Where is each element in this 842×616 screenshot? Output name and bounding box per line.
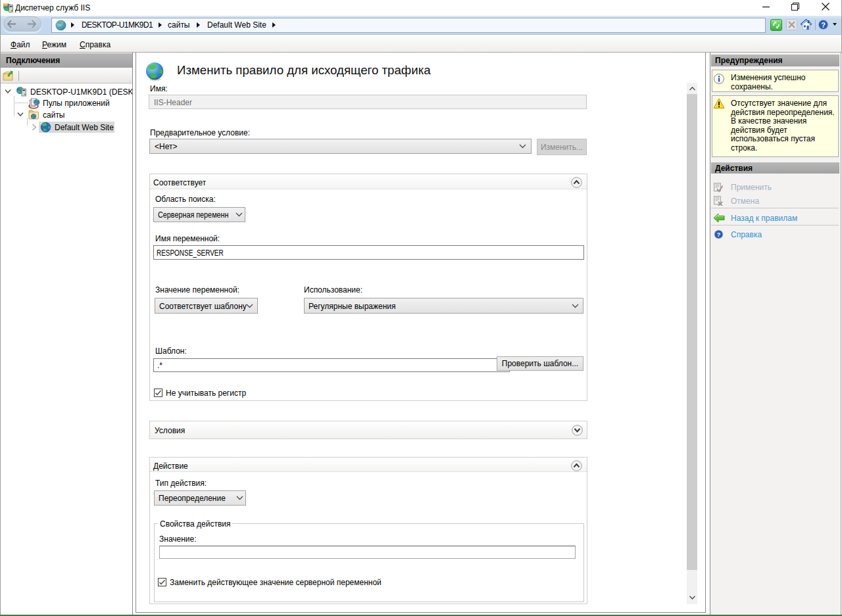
svg-text:?: ? — [717, 231, 721, 238]
svg-text:?: ? — [821, 21, 826, 29]
